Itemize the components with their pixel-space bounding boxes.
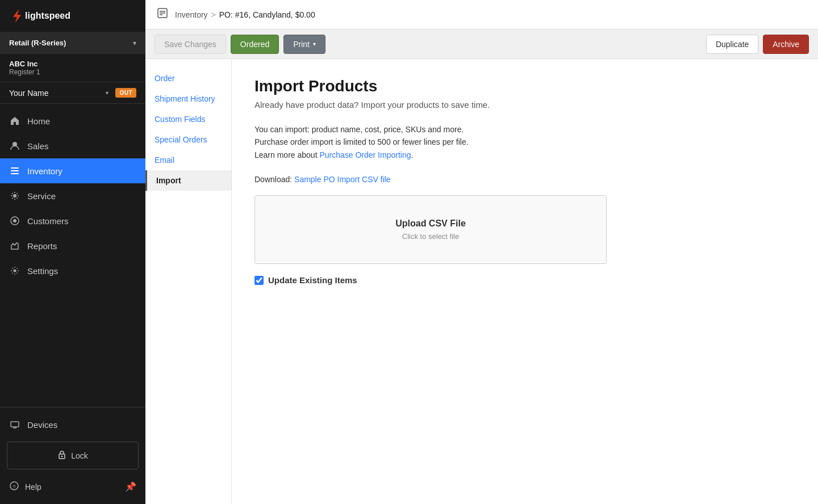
company-name: ABC Inc [9,60,136,68]
user-name: Your Name [9,89,103,98]
archive-button[interactable]: Archive [763,35,809,54]
update-existing-row: Update Existing Items [254,275,795,285]
lightspeed-logo-icon [9,8,25,24]
svg-text:?: ? [12,484,15,490]
breadcrumb-current: PO: #16, Candyland, $0.00 [219,10,315,19]
logo-area: lightspeed [0,0,145,32]
side-nav-email[interactable]: Email [145,150,231,170]
user-row[interactable]: Your Name ▾ OUT [0,82,145,104]
help-label: Help [25,482,41,492]
lock-button[interactable]: Lock [7,442,139,469]
lock-icon [57,450,66,461]
print-button[interactable]: Print ▾ [283,35,325,54]
side-nav-custom-fields[interactable]: Custom Fields [145,109,231,129]
download-row: Download: Sample PO Import CSV file [254,175,795,184]
help-button[interactable]: ? Help [9,481,41,493]
side-nav-shipment-history[interactable]: Shipment History [145,89,231,109]
main-area: Inventory > PO: #16, Candyland, $0.00 Sa… [145,0,818,504]
sidebar-item-home-label: Home [27,116,50,126]
store-chevron-icon: ▾ [133,39,136,47]
register-name: Register 1 [9,68,136,76]
svg-point-7 [13,219,16,222]
side-nav: Order Shipment History Custom Fields Spe… [145,59,232,504]
sidebar-item-service-label: Service [27,191,56,201]
help-row: ? Help 📌 [0,474,145,499]
home-icon [9,115,20,127]
sidebar-item-sales[interactable]: Sales [0,133,145,158]
store-name: Retail (R-Series) [9,39,66,47]
sidebar-item-sales-label: Sales [27,141,49,151]
sidebar: lightspeed Retail (R-Series) ▾ ABC Inc R… [0,0,145,504]
breadcrumb-parent[interactable]: Inventory [175,10,208,19]
inventory-icon [9,165,20,177]
update-existing-checkbox[interactable] [254,276,264,285]
lock-label: Lock [71,451,88,460]
devices-icon [9,419,20,430]
sidebar-item-inventory[interactable]: Inventory [0,158,145,183]
store-selector[interactable]: Retail (R-Series) ▾ [0,32,145,54]
sidebar-item-settings[interactable]: Settings [0,258,145,283]
svg-rect-3 [11,170,19,171]
duplicate-button[interactable]: Duplicate [706,35,758,54]
import-info-line3-prefix: Learn more about [254,150,319,159]
sidebar-item-devices-label: Devices [27,420,57,430]
purchase-order-importing-link[interactable]: Purchase Order Importing [319,150,411,159]
breadcrumb-separator: > [211,10,216,19]
settings-icon [9,265,20,276]
sidebar-nav: Home Sales Inventory Service [0,104,145,407]
out-badge: OUT [115,88,136,98]
sidebar-item-customers-label: Customers [27,216,69,226]
sidebar-item-service[interactable]: Service [0,183,145,208]
svg-point-8 [14,270,16,272]
upload-csv-area[interactable]: Upload CSV File Click to select file [254,195,607,264]
svg-point-11 [61,456,63,457]
breadcrumb: Inventory > PO: #16, Candyland, $0.00 [175,10,807,19]
print-chevron-icon: ▾ [313,41,316,47]
sidebar-item-customers[interactable]: Customers [0,208,145,233]
side-nav-order[interactable]: Order [145,68,231,89]
svg-rect-2 [11,167,19,169]
content-area: Order Shipment History Custom Fields Spe… [145,59,818,504]
sidebar-item-devices[interactable]: Devices [0,412,145,437]
upload-title: Upload CSV File [278,219,583,229]
import-info: You can import: product name, cost, pric… [254,123,795,161]
app-name: lightspeed [25,11,70,21]
import-panel: Import Products Already have product dat… [232,59,818,504]
download-prefix: Download: [254,175,294,184]
side-nav-import[interactable]: Import [145,170,231,191]
update-existing-label[interactable]: Update Existing Items [268,275,357,285]
toolbar: Save Changes Ordered Print ▾ Duplicate A… [145,30,818,59]
user-chevron-icon: ▾ [106,90,108,96]
topbar: Inventory > PO: #16, Candyland, $0.00 [145,0,818,30]
import-info-line2: Purchase order import is limited to 500 … [254,137,469,146]
print-label: Print [293,40,310,49]
svg-rect-9 [11,422,19,427]
save-changes-button[interactable]: Save Changes [155,35,226,54]
side-nav-special-orders[interactable]: Special Orders [145,129,231,150]
reports-icon [9,240,20,251]
sample-csv-link[interactable]: Sample PO Import CSV file [294,175,391,184]
company-info: ABC Inc Register 1 [0,54,145,82]
sidebar-item-inventory-label: Inventory [27,166,62,176]
import-info-suffix: . [411,150,413,159]
sidebar-item-settings-label: Settings [27,266,58,276]
svg-rect-4 [11,173,19,174]
import-info-line1: You can import: product name, cost, pric… [254,125,464,134]
sidebar-item-home[interactable]: Home [0,108,145,133]
sidebar-item-reports[interactable]: Reports [0,233,145,258]
import-title: Import Products [254,77,795,95]
svg-point-5 [13,194,16,198]
customers-icon [9,215,20,226]
sales-icon [9,140,20,152]
import-subtitle: Already have product data? Import your p… [254,100,795,110]
upload-hint: Click to select file [278,232,583,241]
help-icon: ? [9,481,19,493]
sidebar-item-reports-label: Reports [27,241,57,251]
svg-marker-0 [13,9,21,23]
notification-icon[interactable]: 📌 [125,481,136,492]
breadcrumb-doc-icon [157,8,168,21]
ordered-button[interactable]: Ordered [231,35,279,54]
service-icon [9,190,20,201]
sidebar-bottom: Devices Lock ? Help 📌 [0,407,145,504]
